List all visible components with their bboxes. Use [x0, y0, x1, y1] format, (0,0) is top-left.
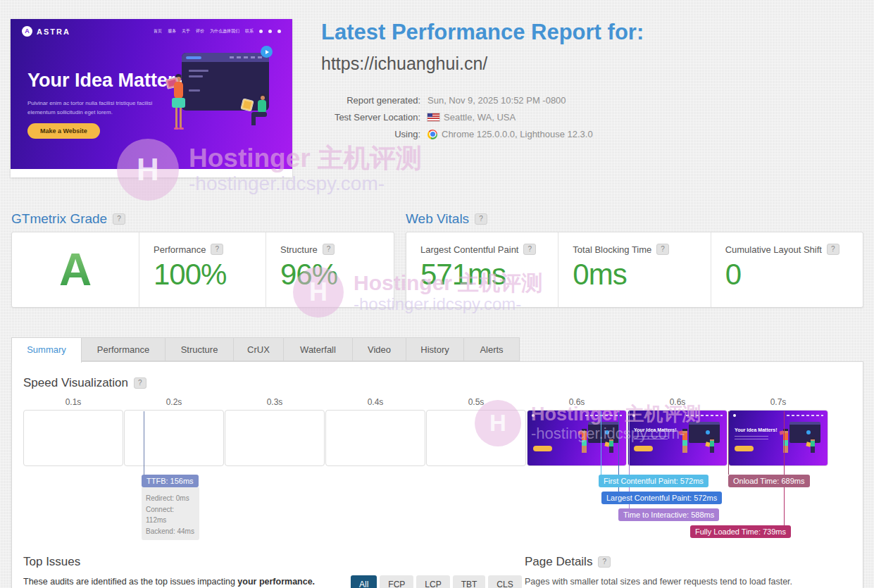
help-icon[interactable]: ? — [323, 244, 335, 255]
frame-screenshot: Your Idea Matters! — [729, 411, 828, 465]
filmstrip-frame-empty — [124, 410, 224, 466]
meta-value: Seattle, WA, USA — [444, 112, 516, 123]
us-flag-icon — [427, 113, 439, 121]
report-url-link[interactable]: https://ichuanghui.cn/ — [321, 54, 487, 74]
fully-loaded-marker-line — [784, 411, 785, 525]
filmstrip-frame-empty — [325, 410, 425, 466]
tab-alerts[interactable]: Alerts — [463, 337, 520, 361]
top-issues-heading: Top Issues — [23, 555, 80, 569]
lcp-value: 571ms — [420, 258, 544, 292]
help-icon[interactable]: ? — [598, 556, 611, 568]
meta-row-generated: Report generated: Sun, Nov 9, 2025 10:52… — [321, 95, 593, 106]
cls-cell: Cumulative Layout Shift ? 0 — [711, 232, 863, 307]
astra-logo-icon: A — [22, 26, 32, 37]
structure-cell: Structure ? 96% — [266, 232, 394, 307]
metric-label: Structure — [280, 244, 318, 255]
ttfb-redirect: Redirect: 0ms — [146, 493, 195, 504]
filter-cls[interactable]: CLS — [488, 575, 521, 588]
facebook-icon — [268, 30, 272, 33]
filter-fcp[interactable]: FCP — [380, 575, 413, 588]
tab-performance[interactable]: Performance — [81, 337, 166, 361]
frame-time: 0.3s — [225, 397, 325, 407]
hero-cta-button: Make a Website — [27, 123, 100, 139]
report-meta: Report generated: Sun, Nov 9, 2025 10:52… — [321, 95, 593, 146]
filmstrip-frame-screenshot — [527, 410, 627, 466]
metric-label: Largest Contentful Paint — [420, 244, 518, 255]
speed-visualization-heading: Speed Visualization ? — [23, 376, 146, 390]
grade-letter-cell: A — [12, 232, 139, 307]
page-details-description: Pages with smaller total sizes and fewer… — [525, 577, 792, 587]
tab-summary[interactable]: Summary — [11, 337, 82, 363]
meta-row-location: Test Server Location: Seattle, WA, USA — [321, 112, 593, 123]
gtmetrix-report-page: A ASTRA 首页 服务 关于 评价 为什么选择我们 联系 Your Idea… — [0, 0, 874, 588]
section-title: Page Details — [525, 555, 592, 569]
tab-structure[interactable]: Structure — [165, 337, 234, 361]
help-icon[interactable]: ? — [523, 244, 536, 255]
meta-value: Chrome 125.0.0.0, Lighthouse 12.3.0 — [442, 129, 593, 139]
hero-menu-item: 为什么选择我们 — [210, 28, 239, 35]
hero-tagline: Pulvinar enim ac tortor nulla facilisi t… — [27, 99, 154, 118]
tab-crux[interactable]: CrUX — [233, 337, 284, 361]
tab-waterfall[interactable]: Waterfall — [283, 337, 353, 361]
tbt-cell: Total Blocking Time ? 0ms — [558, 232, 710, 307]
frame-screenshot: Your Idea Matters! — [628, 411, 727, 465]
tab-video[interactable]: Video — [352, 337, 406, 361]
tti-badge: Time to Interactive: 588ms — [618, 508, 719, 521]
help-icon[interactable]: ? — [134, 377, 146, 389]
hero-menu: 首页 服务 关于 评价 为什么选择我们 联系 — [154, 28, 281, 35]
description-text: These audits are identified as the top i… — [23, 577, 237, 587]
fully-loaded-badge: Fully Loaded Time: 739ms — [690, 525, 791, 538]
hero-menu-item: 首页 — [154, 28, 162, 35]
hero-menu-item: 关于 — [182, 28, 190, 35]
person-illustration — [166, 74, 194, 142]
filmstrip-frame-empty — [23, 410, 123, 466]
mini-hero-heading: Your Idea Matters! — [735, 427, 778, 432]
top-issues-description: These audits are identified as the top i… — [23, 577, 315, 587]
hero-menu-item: 评价 — [196, 28, 204, 35]
frame-time: 0.6s — [527, 397, 627, 407]
tab-history[interactable]: History — [406, 337, 464, 361]
hero-nav: A ASTRA 首页 服务 关于 评价 为什么选择我们 联系 — [11, 26, 292, 37]
filter-all[interactable]: All — [351, 575, 377, 588]
filter-lcp[interactable]: LCP — [416, 575, 449, 588]
web-vitals-card: Largest Contentful Paint ? 571ms Total B… — [406, 232, 863, 308]
tbt-value: 0ms — [573, 258, 696, 292]
help-icon[interactable]: ? — [656, 244, 669, 255]
filter-tbt[interactable]: TBT — [453, 575, 486, 588]
section-title: Speed Visualization — [23, 376, 128, 390]
section-title: Web Vitals — [406, 211, 469, 227]
filmstrip-frame-empty — [426, 410, 526, 466]
onload-badge: Onload Time: 689ms — [728, 475, 810, 487]
ttfb-backend: Backend: 44ms — [146, 526, 195, 537]
thumbnail-bottom-strip — [11, 169, 292, 177]
astra-brand-name: ASTRA — [37, 27, 70, 36]
meta-value: Sun, Nov 9, 2025 10:52 PM -0800 — [427, 95, 566, 106]
ttfb-connect: Connect: 112ms — [146, 504, 195, 526]
site-screenshot-thumbnail[interactable]: A ASTRA 首页 服务 关于 评价 为什么选择我们 联系 Your Idea… — [11, 19, 292, 177]
performance-cell: Performance ? 100% — [139, 232, 266, 307]
performance-score: 100% — [154, 258, 251, 292]
lcp-cell: Largest Contentful Paint ? 571ms — [406, 232, 558, 307]
frame-time: 0.7s — [728, 397, 828, 407]
twitter-icon — [277, 30, 281, 33]
frame-time: 0.5s — [426, 397, 526, 407]
hero-menu-item: 服务 — [168, 28, 176, 35]
help-icon[interactable]: ? — [827, 244, 839, 255]
frame-time: 0.1s — [23, 397, 123, 407]
frame-time: 0.2s — [124, 397, 224, 407]
section-title: Top Issues — [23, 555, 80, 569]
gtmetrix-grade-heading: GTmetrix Grade ? — [11, 211, 125, 227]
instagram-icon — [259, 30, 263, 33]
hero-menu-item: 联系 — [245, 28, 254, 35]
ttfb-badge: TTFB: 156ms — [142, 475, 199, 487]
help-icon[interactable]: ? — [113, 213, 125, 225]
page-title: Latest Performance Report for: — [321, 20, 644, 45]
help-icon[interactable]: ? — [211, 244, 223, 255]
frame-screenshot-partial — [527, 411, 626, 465]
filmstrip-frame-empty — [225, 410, 325, 466]
ttfb-details-box: Redirect: 0ms Connect: 112ms Backend: 44… — [142, 487, 199, 540]
meta-row-browser: Using: Chrome 125.0.0.0, Lighthouse 12.3… — [321, 129, 593, 139]
section-title: GTmetrix Grade — [11, 211, 107, 227]
help-icon[interactable]: ? — [475, 213, 487, 225]
meta-label: Report generated: — [321, 95, 420, 106]
